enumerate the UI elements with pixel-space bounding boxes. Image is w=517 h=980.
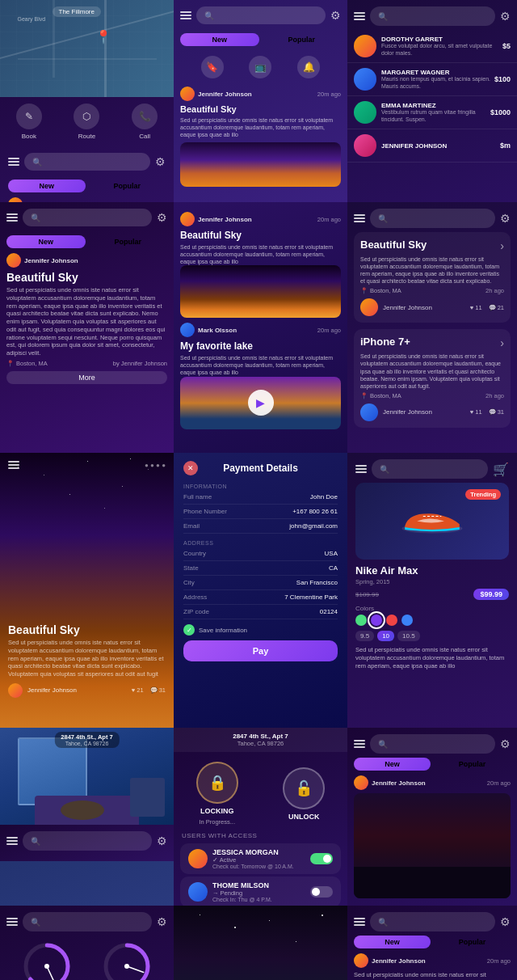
- address-top-cell: 2847 4th St., Apt 7 Tahoe, CA 98726 🔍 ⚙: [0, 728, 174, 906]
- thome-toggle[interactable]: [310, 886, 333, 898]
- settings-icon-3[interactable]: ⚙: [157, 834, 167, 847]
- feed2-search[interactable]: 🔍: [370, 734, 495, 754]
- hamburger-icon-8[interactable]: [6, 837, 18, 845]
- search-input-3[interactable]: 🔍: [23, 209, 152, 226]
- bottom-avatar: [354, 953, 368, 968]
- pay-button[interactable]: Pay: [183, 640, 338, 661]
- unlock-button[interactable]: 🔓 UNLOCK: [283, 767, 325, 821]
- article-detail-cell: 🔍 ⚙ New Popular Jennifer Johnson Beautif…: [0, 202, 174, 453]
- size-10-5[interactable]: 10.5: [397, 631, 420, 641]
- color-red[interactable]: [386, 615, 397, 626]
- payment-title: Payment Details: [223, 463, 298, 474]
- article-feed-cell: 🔍 ⚙ New Popular 🔖 📺 🔔 Jennifer Johnson 2…: [174, 0, 347, 202]
- filter-icon-3[interactable]: ⚙: [157, 211, 167, 224]
- book-button[interactable]: ✎ Book: [16, 103, 42, 140]
- contacts-search[interactable]: 🔍: [370, 6, 495, 26]
- hamburger-icon-2[interactable]: [180, 11, 191, 19]
- author-avatar-4: [6, 253, 21, 268]
- card-avatar-1: [360, 298, 378, 316]
- more-button[interactable]: More: [6, 371, 167, 384]
- big-article-avatar: [8, 683, 23, 698]
- color-purple[interactable]: [371, 615, 382, 626]
- bookmark-icon[interactable]: 🔖: [201, 56, 224, 78]
- user-thome[interactable]: THOME MILSON → Pending Check In: Thu @ 4…: [180, 877, 341, 906]
- hamburger-icon-4[interactable]: [6, 213, 18, 222]
- users-label: USERS WITH ACCESS: [174, 832, 347, 839]
- settings-icon-6[interactable]: ⚙: [500, 915, 511, 928]
- contact-avatar-3: [354, 101, 376, 124]
- hamburger-icon-7[interactable]: [355, 465, 367, 473]
- settings-icon-5[interactable]: ⚙: [157, 915, 167, 928]
- bottom-article-cell: 🔍 ⚙ New Popular Jennifer Johnson 20m ago…: [347, 906, 517, 980]
- bottom-search[interactable]: 🔍: [370, 912, 495, 931]
- dials-search[interactable]: 🔍: [23, 912, 152, 931]
- tab-new-3[interactable]: New: [6, 235, 86, 248]
- shop-search[interactable]: 🔍: [372, 459, 488, 479]
- address-search[interactable]: 🔍: [23, 831, 152, 851]
- hamburger-icon[interactable]: [8, 158, 19, 166]
- search-input-2[interactable]: 🔍: [196, 6, 326, 24]
- lake-image: ▶: [180, 377, 341, 429]
- locking-button[interactable]: 🔒 LOCKING In Progress...: [196, 762, 238, 826]
- zip-row: ZIP code 02124: [183, 608, 338, 619]
- right-search[interactable]: 🔍: [370, 209, 495, 228]
- contact-item-1[interactable]: DOROTHY GARRET Fusce volutpat dolor arcu…: [347, 30, 517, 63]
- article-cards-cell: 🔍 ⚙ Beautiful Sky › Sed ut perspiciatis …: [347, 202, 517, 453]
- tab-new-4[interactable]: New: [354, 758, 431, 771]
- search-input[interactable]: 🔍: [24, 153, 150, 171]
- tab-popular-5[interactable]: Popular: [434, 936, 511, 948]
- jessica-toggle[interactable]: [310, 853, 333, 864]
- hamburger-icon-11[interactable]: [354, 918, 365, 926]
- hamburger-icon-3[interactable]: [354, 12, 365, 20]
- big-article-title: Beautiful Sky: [8, 623, 166, 636]
- hamburger-icon-9[interactable]: [354, 740, 365, 748]
- hamburger-icon-6[interactable]: [8, 461, 19, 469]
- map-cell: 📍 The Fillmore Geary Blvd ✎ Book ⬡ Route…: [0, 0, 174, 202]
- lock-address: 2847 4th St., Apt 7: [182, 733, 339, 740]
- payment-cell: ✕ Payment Details INFORMATION Full name …: [174, 453, 347, 728]
- email-row: Email john@gmail.com: [183, 522, 338, 534]
- big-article-cell: ● ● ● ● Beautiful Sky Sed ut perspiciati…: [0, 453, 174, 728]
- call-button[interactable]: 📞 Call: [132, 103, 158, 140]
- tab-popular-4[interactable]: Popular: [434, 758, 511, 771]
- nature-image: [354, 793, 511, 898]
- play-button[interactable]: ▶: [248, 390, 274, 416]
- cart-icon[interactable]: 🛒: [493, 462, 509, 477]
- contact-item-3[interactable]: EMMA MARTINEZ Vestibulum rutrum quam vit…: [347, 96, 517, 129]
- settings-icon-2[interactable]: ⚙: [500, 212, 511, 225]
- tab-new-2[interactable]: New: [180, 33, 259, 46]
- shoe-image: Trending: [355, 483, 509, 560]
- article-title-2: Beautiful Sky: [180, 104, 341, 114]
- close-button[interactable]: ✕: [183, 461, 198, 475]
- address-row: Address 7 Clementine Park: [183, 593, 338, 605]
- contact-item-2[interactable]: MARGARET WAGNER Mauris non tempus quam, …: [347, 63, 517, 96]
- hamburger-icon-10[interactable]: [6, 918, 18, 926]
- size-10[interactable]: 10: [377, 631, 394, 641]
- filter-icon-2[interactable]: ⚙: [330, 9, 341, 22]
- price-new: $99.99: [473, 589, 509, 600]
- bell-icon[interactable]: 🔔: [297, 56, 320, 78]
- user-jessica[interactable]: JESSICA MORGAN ✓ Active Check out: Tomor…: [180, 843, 341, 874]
- color-green[interactable]: [355, 615, 367, 626]
- filter-icon[interactable]: ⚙: [155, 155, 166, 168]
- sky-image: [180, 265, 341, 318]
- contact-item-4[interactable]: JENNIFER JOHNSON $m: [347, 129, 517, 163]
- settings-icon-4[interactable]: ⚙: [500, 737, 511, 750]
- size-9-5[interactable]: 9.5: [355, 631, 374, 641]
- hamburger-icon-5[interactable]: [354, 214, 365, 222]
- shoe-date: Spring, 2015: [355, 578, 509, 585]
- bottom-article-body: Sed ut perspiciatis unde omnis iste natu…: [354, 971, 511, 980]
- tab-new-5[interactable]: New: [354, 936, 431, 948]
- settings-icon[interactable]: ⚙: [500, 10, 511, 23]
- feed-detail-cell: Jennifer Johnson 20m ago Beautiful Sky S…: [174, 202, 347, 453]
- tab-popular-2[interactable]: Popular: [263, 33, 342, 46]
- tv-icon[interactable]: 📺: [249, 56, 271, 78]
- tab-new[interactable]: New: [8, 180, 86, 192]
- color-blue[interactable]: [401, 615, 413, 626]
- tab-popular-3[interactable]: Popular: [89, 235, 168, 248]
- author-avatar-5: [180, 212, 195, 226]
- route-button[interactable]: ⬡ Route: [74, 103, 99, 140]
- dials-cell: 🔍 ⚙ SHAMPOO Reorder: [0, 906, 174, 980]
- phone-row: Phone Number +167 800 26 61: [183, 508, 338, 519]
- tab-popular[interactable]: Popular: [89, 180, 166, 192]
